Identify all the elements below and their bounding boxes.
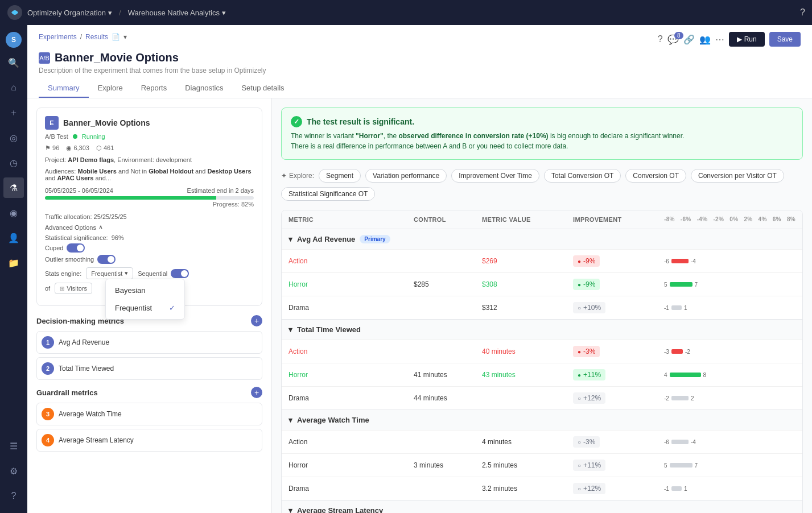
cuped-toggle[interactable] [67,243,85,253]
visitors-dropdown[interactable]: ⊞ Visitors [55,283,92,294]
run-button[interactable]: ▶ Run [729,32,765,47]
improvement-badge-drama-2: ○ +12% [573,392,605,404]
sidebar-item-plus[interactable]: ＋ [3,102,24,123]
explore-chip-total-conversion-ot[interactable]: Total Conversion OT [544,169,621,183]
improvement-badge-drama-3: ○ +12% [573,483,605,494]
tab-summary[interactable]: Summary [39,79,89,98]
tab-setup-details[interactable]: Setup details [232,79,293,98]
exp-project: Project: API Demo flags, Environment: de… [45,156,254,163]
stats-engine-dropdown[interactable]: Frequentist ▾ [86,267,133,279]
sequential-row: Sequential [138,269,189,278]
breadcrumb-results[interactable]: Results [85,33,108,41]
tab-reports[interactable]: Reports [132,79,176,98]
question-icon[interactable]: ? [658,34,663,44]
control-horror-2: 41 minutes [407,365,475,384]
add-guardrail-metric-button[interactable]: + [251,387,262,398]
more-icon[interactable]: ⋯ [715,34,724,45]
option-frequentist[interactable]: Frequentist ✓ [106,299,184,317]
exp-badge: E [45,116,59,130]
exp-audiences: Audiences: Mobile Users and Not in Globa… [45,168,254,181]
table-row: Action 4 minutes ○ -3% -6 [282,430,802,453]
sidebar-item-home[interactable]: ⌂ [3,77,24,98]
sidebar-item-folder[interactable]: 📁 [3,253,24,273]
explore-chip-improvement-ot[interactable]: Improvement Over Time [451,169,539,183]
left-panel: E Banner_Movie Options A/B Test Running … [27,98,272,513]
option-bayesian[interactable]: Bayesian [106,282,184,299]
improvement-badge-horror-3: ○ +11% [573,460,605,471]
breadcrumb: Experiments / Results 📄 ▾ [39,33,127,41]
bar-left-label-action-1: -6 [664,258,669,264]
stats-engine-menu: Bayesian Frequentist ✓ [105,279,185,320]
collapse-icon: ∧ [98,224,103,231]
control-horror-1: $285 [407,275,475,294]
bar-neutral-action-3 [671,440,689,444]
metric-group-header-avg-ad-revenue[interactable]: ▾ Avg Ad Revenue Primary [282,229,802,249]
date-range: 05/05/2025 - 06/05/2024 [45,187,113,194]
breadcrumb-experiments[interactable]: Experiments [39,33,77,41]
viz-horror-3: 5 7 [657,458,802,473]
bar-pos-horror-2 [670,373,701,377]
group-name-total-time-viewed: Total Time Viewed [297,325,361,334]
variations-count: ⬡ 461 [96,144,114,152]
comments-button[interactable]: 💬 8 [667,34,679,45]
viz-horror-2: 4 8 [657,367,802,383]
bar-horror-3: 5 7 [664,462,795,469]
variant-horror-3: Horror [282,456,407,475]
test-type-label: A/B Test [45,133,68,140]
experiment-type-icon: A/B [39,52,50,64]
share-icon[interactable]: 👥 [699,34,711,45]
explore-chip-variation-performance[interactable]: Variation performance [365,169,447,183]
tab-explore[interactable]: Explore [89,79,132,98]
sidebar-item-experiment[interactable]: ⚗ [3,177,24,198]
sidebar-item-clock[interactable]: ◷ [3,152,24,173]
header-actions: ? 💬 8 🔗 👥 ⋯ ▶ Run Save [658,32,801,47]
improvement-horror-2: ● +11% [566,363,657,386]
table-header: Metric Control Metric Value Improvement … [282,210,802,229]
tab-diagnostics[interactable]: Diagnostics [176,79,232,98]
sidebar-item-list[interactable]: ☰ [3,436,24,456]
add-decision-metric-button[interactable]: + [251,315,262,326]
metric-group-header-average-stream-latency[interactable]: ▾ Average Stream Latency [282,500,802,513]
sequential-toggle[interactable] [171,269,189,278]
org-selector[interactable]: Optimizely Organization ▾ [27,9,112,17]
bar-right-label-drama-1: 1 [684,305,687,311]
metric-val-drama-1: $312 [475,298,566,317]
save-button[interactable]: Save [769,32,801,47]
metric-group-header-total-time-viewed[interactable]: ▾ Total Time Viewed [282,320,802,340]
th-control: Control [407,210,475,229]
explore-chip-conversion-ot[interactable]: Conversion OT [625,169,686,183]
collapse-group-icon-2: ▾ [288,325,292,334]
bar-horror-1: 5 7 [664,282,795,288]
user-avatar[interactable]: S [6,32,22,48]
explore-icon: ✦ [281,172,287,180]
sidebar-item-help[interactable]: ? [3,486,24,506]
metric-group-header-average-watch-time[interactable]: ▾ Average Watch Time [282,410,802,430]
explore-chip-conversion-per-visitor-ot[interactable]: Conversion per Visitor OT [691,169,784,183]
status-indicator [73,134,77,139]
sidebar-item-people[interactable]: 👤 [3,227,24,248]
th-metric-value: Metric Value [475,210,566,229]
explore-chip-segment[interactable]: Segment [319,169,361,183]
sidebar-item-target[interactable]: ◎ [3,127,24,148]
metric-label-2: Total Time Viewed [59,365,114,373]
improvement-badge-horror-1: ● -9% [573,279,600,290]
sidebar-item-eye[interactable]: ◉ [3,202,24,223]
chat-badge: 8 [674,32,683,39]
explore-chip-statistical-significance-ot[interactable]: Statistical Significance OT [281,187,375,201]
bar-drama-3: -1 1 [664,486,795,492]
help-icon[interactable]: ? [800,7,805,18]
improvement-badge-action-2: ● -3% [573,346,600,357]
sessions-count: ◉ 6,303 [66,144,89,152]
product-selector[interactable]: Warehouse Native Analytics ▾ [128,9,226,17]
improvement-badge-horror-2: ● +11% [573,369,605,380]
bar-right-label-horror-2: 8 [703,372,707,378]
bar-neutral-drama-2 [671,396,689,400]
outlier-toggle[interactable] [97,255,116,264]
sidebar-item-search[interactable]: 🔍 [3,52,24,73]
improvement-badge-drama-1: ○ +10% [573,302,605,313]
sidebar-item-settings[interactable]: ⚙ [3,461,24,481]
breadcrumb-chevron[interactable]: ▾ [123,33,127,41]
advanced-options-toggle[interactable]: Advanced Options ∧ [45,224,254,231]
link-icon[interactable]: 🔗 [683,34,695,45]
sidebar: S 🔍 ⌂ ＋ ◎ ◷ ⚗ ◉ 👤 📁 ☰ ⚙ ? [0,25,27,513]
